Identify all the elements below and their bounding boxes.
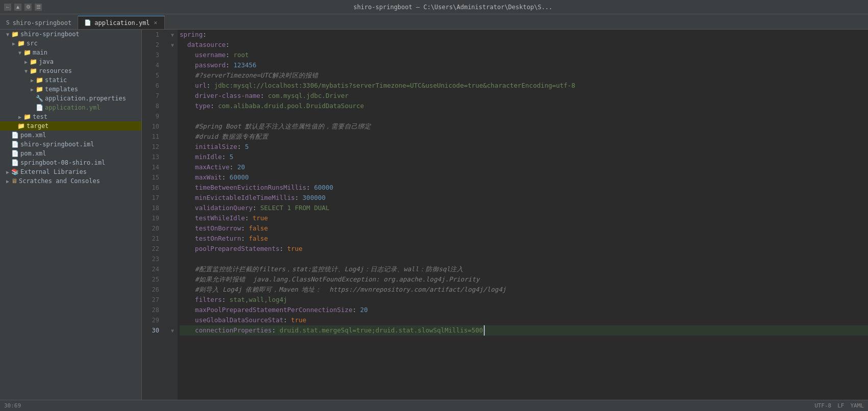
line-num-12: 12: [142, 142, 163, 152]
file-icon: 📄: [11, 150, 19, 157]
editor-content[interactable]: spring: datasource: username: root passw…: [178, 30, 868, 400]
line-num-19: 19: [142, 213, 163, 223]
line-num-2: 2: [142, 40, 163, 50]
line-num-17: 17: [142, 193, 163, 203]
sidebar-label: External Libraries: [20, 168, 87, 175]
code-line-19: testWhileIdle: true: [180, 213, 868, 223]
tab-application-yml[interactable]: 📄 application.yml ✕: [78, 16, 165, 29]
status-bar: 30:69 UTF-8 LF YAML: [0, 400, 868, 411]
line-num-29: 29: [142, 315, 163, 325]
sidebar-item-external-libs[interactable]: ▶ 📚 External Libraries: [0, 167, 141, 176]
code-line-13: minIdle: 5: [180, 152, 868, 162]
expand-icon: ▶: [29, 87, 36, 92]
line-num-10: 10: [142, 121, 163, 132]
sidebar-label: pom.xml: [20, 150, 46, 157]
file-icon: 🔧: [36, 95, 43, 102]
folder-icon: 📁: [36, 76, 43, 84]
sidebar-item-java[interactable]: ▶ 📁 java: [0, 57, 141, 66]
sidebar-item-scratches[interactable]: ▶ 🖥 Scratches and Consoles: [0, 176, 141, 186]
code-line-18: validationQuery: SELECT 1 FROM DUAL: [180, 203, 868, 213]
code-line-28: maxPoolPreparedStatementPerConnectionSiz…: [180, 305, 868, 315]
status-encoding: UTF-8: [814, 402, 831, 409]
expand-icon: ▶: [22, 59, 30, 65]
code-line-1: spring:: [180, 30, 868, 40]
folder-icon: 📚: [11, 168, 19, 175]
sidebar-item-main[interactable]: ▼ 📁 main: [0, 48, 141, 57]
sidebar-item-pom2[interactable]: 📄 pom.xml: [0, 149, 141, 158]
line-num-23: 23: [142, 254, 163, 264]
expand-icon: ▼: [16, 50, 23, 56]
line-num-8: 8: [142, 101, 163, 111]
code-line-4: password: 123456: [180, 60, 868, 70]
sidebar-label: springboot-08-shiro.iml: [20, 159, 105, 166]
sidebar-item-src[interactable]: ▶ 📁 src: [0, 39, 141, 48]
sidebar-item-resources[interactable]: ▼ 📁 resources: [0, 66, 141, 75]
fold-marker-2[interactable]: ▼: [167, 40, 178, 50]
line-num-14: 14: [142, 162, 163, 172]
sidebar-label: Scratches and Consoles: [19, 177, 100, 185]
title-bar-controls[interactable]: ← ▲ ⚙ ☰: [4, 4, 42, 11]
line-num-24: 24: [142, 264, 163, 274]
fold-marker-30[interactable]: ▼: [167, 325, 178, 336]
main-layout: ▼ 📁 shiro-springboot ▶ 📁 src ▼ 📁 main ▶ …: [0, 30, 868, 400]
code-line-14: maxActive: 20: [180, 162, 868, 172]
editor-area: 1 2 3 4 5 6 7 8 9 10 11 12 13 14 15 16 1…: [142, 30, 868, 400]
nav-up-button[interactable]: ▲: [14, 4, 21, 11]
sidebar-item-springboot-iml[interactable]: 📄 springboot-08-shiro.iml: [0, 158, 141, 167]
sidebar-label: application.properties: [45, 95, 126, 102]
code-line-8: type: com.alibaba.druid.pool.DruidDataSo…: [180, 101, 868, 111]
line-num-22: 22: [142, 244, 163, 254]
settings-button[interactable]: ⚙: [24, 4, 32, 11]
line-num-9: 9: [142, 111, 163, 121]
fold-marker-1[interactable]: ▼: [167, 30, 178, 40]
line-num-27: 27: [142, 295, 163, 305]
fold-column: ▼ ▼: [167, 30, 178, 400]
code-line-25: #如果允许时报错 java.lang.ClassNotFoundExceptio…: [180, 274, 868, 285]
file-icon: 📄: [36, 104, 43, 111]
folder-icon: 📁: [11, 31, 19, 38]
line-num-13: 13: [142, 152, 163, 162]
sidebar-item-pom1[interactable]: 📄 pom.xml: [0, 131, 141, 140]
tab-shiro-springboot[interactable]: S shiro-springboot: [0, 16, 78, 29]
sidebar-label: static: [45, 76, 67, 84]
tab-close-yml[interactable]: ✕: [153, 19, 159, 26]
line-num-21: 21: [142, 234, 163, 244]
code-line-3: username: root: [180, 50, 868, 60]
code-line-12: initialSize: 5: [180, 142, 868, 152]
tab-icon-shiro: S: [6, 19, 10, 26]
file-icon: 📄: [11, 159, 19, 166]
sidebar-item-shiro-springboot[interactable]: ▼ 📁 shiro-springboot: [0, 30, 141, 39]
menu-button[interactable]: ☰: [35, 4, 42, 11]
tab-icon-yml: 📄: [84, 19, 91, 26]
sidebar-label: resources: [39, 67, 72, 74]
code-line-24: #配置监控统计拦截的filters，stat:监控统计、Log4j：日志记录、w…: [180, 264, 868, 274]
line-num-5: 5: [142, 70, 163, 81]
line-num-28: 28: [142, 305, 163, 315]
sidebar-item-static[interactable]: ▶ 📁 static: [0, 75, 141, 85]
status-line-ending: LF: [837, 402, 844, 409]
sidebar-label: shiro-springboot: [20, 31, 80, 38]
code-line-17: minEvictableIdleTimeMillis: 300000: [180, 193, 868, 203]
code-line-26: #则导入 Log4j 依赖即可，Maven 地址： https://mvnrep…: [180, 285, 868, 295]
sidebar-item-templates[interactable]: ▶ 📁 templates: [0, 85, 141, 94]
folder-icon: 📁: [23, 113, 31, 120]
tab-bar: S shiro-springboot 📄 application.yml ✕: [0, 14, 868, 30]
code-line-5: #?serverTimezone=UTC解决时区的报错: [180, 70, 868, 81]
sidebar-label: pom.xml: [20, 132, 46, 139]
sidebar-label: java: [39, 58, 54, 65]
sidebar-item-target[interactable]: 📁 target: [0, 121, 141, 131]
sidebar-item-app-yml[interactable]: 📄 application.yml: [0, 103, 141, 112]
title-bar: ← ▲ ⚙ ☰ shiro-springboot – C:\Users\Admi…: [0, 0, 868, 14]
sidebar-label: application.yml: [45, 104, 100, 111]
line-num-18: 18: [142, 203, 163, 213]
sidebar-item-shiro-iml[interactable]: 📄 shiro-springboot.iml: [0, 140, 141, 149]
nav-back-button[interactable]: ←: [4, 4, 11, 11]
code-line-15: maxWait: 60000: [180, 172, 868, 183]
sidebar-label: templates: [45, 86, 78, 93]
code-line-7: driver-class-name: com.mysql.jdbc.Driver: [180, 91, 868, 101]
sidebar-item-test[interactable]: ▶ 📁 test: [0, 112, 141, 121]
code-line-10: #Spring Boot 默认是不注入这些属性值的，需要自己绑定: [180, 121, 868, 132]
tab-label-yml: application.yml: [94, 19, 150, 27]
sidebar-item-app-properties[interactable]: 🔧 application.properties: [0, 94, 141, 103]
line-num-7: 7: [142, 91, 163, 101]
